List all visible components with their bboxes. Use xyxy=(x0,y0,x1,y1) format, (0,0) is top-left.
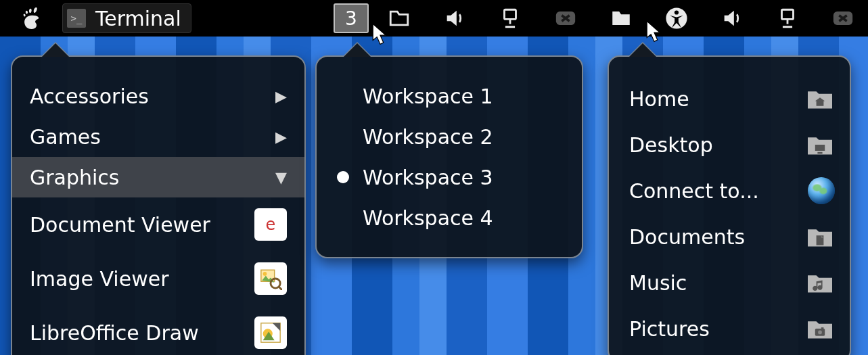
music-folder-icon xyxy=(805,270,835,295)
top-panel: >_ Terminal 3 xyxy=(0,0,868,37)
accessibility-icon[interactable] xyxy=(665,7,688,30)
menu-category-accessories[interactable]: Accessories ▶ xyxy=(12,76,304,116)
network-icon[interactable] xyxy=(499,7,522,30)
documents-folder-icon xyxy=(805,224,835,249)
menu-place-pictures[interactable]: Pictures xyxy=(609,306,850,352)
menu-place-home[interactable]: Home xyxy=(609,76,850,122)
svg-rect-12 xyxy=(817,152,822,154)
menu-place-connect[interactable]: Connect to... xyxy=(609,168,850,214)
network-icon-2[interactable] xyxy=(776,7,799,30)
taskbar-app-terminal[interactable]: >_ Terminal xyxy=(62,3,191,33)
file-manager-icon[interactable] xyxy=(388,7,411,30)
chevron-down-icon: ▼ xyxy=(275,169,287,186)
notifications-icon-2[interactable] xyxy=(831,7,854,30)
menu-workspace-3[interactable]: Workspace 3 xyxy=(317,157,582,197)
libreoffice-draw-icon xyxy=(254,316,287,349)
svg-rect-16 xyxy=(821,327,824,329)
applications-menu: Accessories ▶ Games ▶ Graphics ▼ Documen… xyxy=(11,55,306,355)
menu-workspace-2[interactable]: Workspace 2 xyxy=(317,116,582,157)
activities-icon[interactable] xyxy=(20,7,43,30)
workspace-number: 3 xyxy=(345,7,357,30)
svg-point-7 xyxy=(263,272,267,276)
svg-point-3 xyxy=(675,10,679,14)
svg-rect-11 xyxy=(815,145,825,151)
volume-icon-2[interactable] xyxy=(721,7,744,30)
desktop-folder-icon xyxy=(805,133,835,157)
menu-category-games[interactable]: Games ▶ xyxy=(12,116,304,157)
svg-point-8 xyxy=(271,279,280,288)
places-menu: Home Desktop Connect to... Documents Mus… xyxy=(608,55,851,355)
globe-icon xyxy=(808,177,835,204)
chevron-right-icon: ▶ xyxy=(275,88,287,105)
menu-app-document-viewer[interactable]: Document Viewer e xyxy=(12,197,304,252)
menu-workspace-4[interactable]: Workspace 4 xyxy=(317,197,582,238)
menu-app-image-viewer[interactable]: Image Viewer xyxy=(12,252,304,306)
home-folder-icon xyxy=(805,87,835,111)
workspace-menu: Workspace 1 Workspace 2 Workspace 3 Work… xyxy=(315,55,583,258)
chevron-right-icon: ▶ xyxy=(275,128,287,145)
eog-icon xyxy=(254,262,287,295)
pictures-folder-icon xyxy=(805,316,835,341)
evince-icon: e xyxy=(254,208,287,241)
menu-category-graphics[interactable]: Graphics ▼ xyxy=(12,157,304,197)
menu-place-music[interactable]: Music xyxy=(609,260,850,306)
svg-rect-0 xyxy=(505,9,516,19)
terminal-icon: >_ xyxy=(67,9,86,28)
menu-app-libreoffice-draw[interactable]: LibreOffice Draw xyxy=(12,306,304,355)
svg-point-15 xyxy=(818,331,822,335)
svg-rect-4 xyxy=(782,9,794,19)
taskbar-app-label: Terminal xyxy=(95,7,181,30)
menu-place-documents[interactable]: Documents xyxy=(609,214,850,260)
volume-icon[interactable] xyxy=(443,7,466,30)
menu-place-desktop[interactable]: Desktop xyxy=(609,122,850,168)
places-icon[interactable] xyxy=(610,7,633,30)
notifications-icon[interactable] xyxy=(554,7,577,30)
menu-workspace-1[interactable]: Workspace 1 xyxy=(317,76,582,116)
radio-active-icon xyxy=(337,171,349,183)
workspace-indicator[interactable]: 3 xyxy=(334,3,369,33)
